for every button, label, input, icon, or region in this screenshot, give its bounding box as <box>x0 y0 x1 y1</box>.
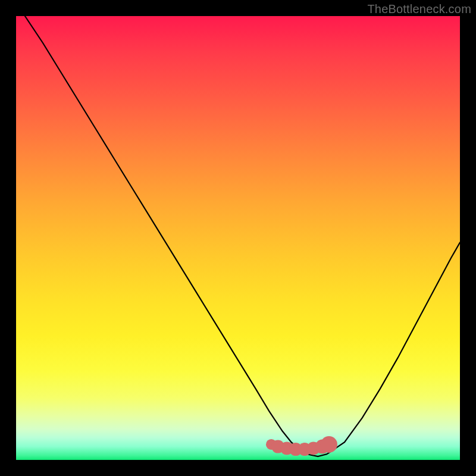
plot-area <box>16 16 460 460</box>
bottleneck-curve <box>25 16 460 456</box>
chart-svg <box>16 16 460 460</box>
watermark-text: TheBottleneck.com <box>367 2 471 16</box>
chart-frame: TheBottleneck.com <box>0 0 476 476</box>
datapoint <box>321 436 337 453</box>
datapoints-group <box>266 436 337 456</box>
